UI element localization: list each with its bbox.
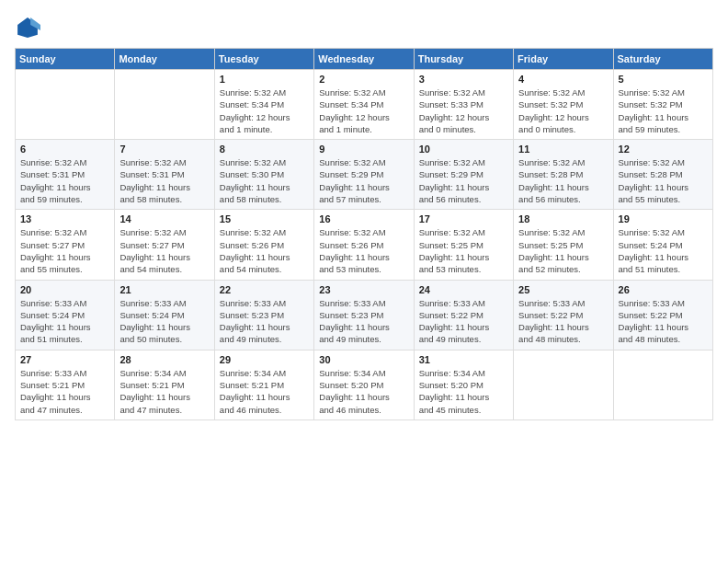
day-number: 5: [619, 74, 708, 85]
day-info: Sunrise: 5:33 AM Sunset: 5:22 PM Dayligh…: [518, 297, 608, 346]
day-info: Sunrise: 5:32 AM Sunset: 5:27 PM Dayligh…: [20, 226, 109, 275]
calendar-header-row: SundayMondayTuesdayWednesdayThursdayFrid…: [16, 49, 713, 70]
day-number: 10: [419, 144, 508, 155]
calendar-cell: 17Sunrise: 5:32 AM Sunset: 5:25 PM Dayli…: [414, 210, 513, 280]
calendar-cell: 2Sunrise: 5:32 AM Sunset: 5:34 PM Daylig…: [314, 70, 414, 140]
calendar-cell: [613, 350, 712, 419]
calendar-cell: 27Sunrise: 5:33 AM Sunset: 5:21 PM Dayli…: [16, 350, 115, 419]
day-info: Sunrise: 5:32 AM Sunset: 5:26 PM Dayligh…: [319, 226, 408, 275]
day-info: Sunrise: 5:32 AM Sunset: 5:32 PM Dayligh…: [518, 86, 608, 135]
calendar-cell: 26Sunrise: 5:33 AM Sunset: 5:22 PM Dayli…: [613, 280, 712, 350]
calendar-cell: 25Sunrise: 5:33 AM Sunset: 5:22 PM Dayli…: [514, 280, 613, 350]
day-number: 20: [20, 284, 109, 295]
day-info: Sunrise: 5:32 AM Sunset: 5:27 PM Dayligh…: [119, 226, 209, 275]
calendar-cell: [514, 350, 613, 419]
day-number: 25: [518, 284, 608, 295]
day-info: Sunrise: 5:32 AM Sunset: 5:32 PM Dayligh…: [619, 86, 708, 135]
week-row-3: 13Sunrise: 5:32 AM Sunset: 5:27 PM Dayli…: [16, 210, 713, 280]
calendar-cell: 13Sunrise: 5:32 AM Sunset: 5:27 PM Dayli…: [16, 210, 115, 280]
calendar-cell: 18Sunrise: 5:32 AM Sunset: 5:25 PM Dayli…: [514, 210, 613, 280]
day-info: Sunrise: 5:34 AM Sunset: 5:20 PM Dayligh…: [319, 367, 408, 416]
day-header-friday: Friday: [514, 49, 613, 70]
day-number: 29: [220, 354, 309, 365]
calendar-cell: 20Sunrise: 5:33 AM Sunset: 5:24 PM Dayli…: [16, 280, 115, 350]
day-info: Sunrise: 5:33 AM Sunset: 5:22 PM Dayligh…: [419, 297, 508, 346]
day-header-sunday: Sunday: [16, 49, 115, 70]
calendar-cell: 29Sunrise: 5:34 AM Sunset: 5:21 PM Dayli…: [214, 350, 313, 419]
day-number: 15: [220, 213, 309, 224]
day-header-wednesday: Wednesday: [314, 49, 414, 70]
day-info: Sunrise: 5:34 AM Sunset: 5:21 PM Dayligh…: [119, 367, 209, 416]
day-number: 31: [419, 354, 508, 365]
logo: [15, 15, 42, 40]
logo-icon: [15, 15, 40, 40]
day-info: Sunrise: 5:32 AM Sunset: 5:28 PM Dayligh…: [518, 156, 608, 205]
calendar-cell: 12Sunrise: 5:32 AM Sunset: 5:28 PM Dayli…: [613, 140, 712, 210]
day-info: Sunrise: 5:32 AM Sunset: 5:28 PM Dayligh…: [619, 156, 708, 205]
day-number: 19: [619, 213, 708, 224]
calendar-cell: 23Sunrise: 5:33 AM Sunset: 5:23 PM Dayli…: [314, 280, 414, 350]
calendar-cell: 11Sunrise: 5:32 AM Sunset: 5:28 PM Dayli…: [514, 140, 613, 210]
day-number: 28: [119, 354, 209, 365]
calendar-cell: 28Sunrise: 5:34 AM Sunset: 5:21 PM Dayli…: [115, 350, 214, 419]
day-number: 22: [220, 284, 309, 295]
day-info: Sunrise: 5:34 AM Sunset: 5:20 PM Dayligh…: [419, 367, 508, 416]
calendar-cell: 22Sunrise: 5:33 AM Sunset: 5:23 PM Dayli…: [214, 280, 313, 350]
week-row-4: 20Sunrise: 5:33 AM Sunset: 5:24 PM Dayli…: [16, 280, 713, 350]
day-info: Sunrise: 5:32 AM Sunset: 5:31 PM Dayligh…: [119, 156, 209, 205]
week-row-2: 6Sunrise: 5:32 AM Sunset: 5:31 PM Daylig…: [16, 140, 713, 210]
day-number: 21: [119, 284, 209, 295]
calendar-cell: 31Sunrise: 5:34 AM Sunset: 5:20 PM Dayli…: [414, 350, 513, 419]
day-number: 13: [20, 213, 109, 224]
day-info: Sunrise: 5:32 AM Sunset: 5:30 PM Dayligh…: [220, 156, 309, 205]
calendar-cell: 7Sunrise: 5:32 AM Sunset: 5:31 PM Daylig…: [115, 140, 214, 210]
day-number: 24: [419, 284, 508, 295]
day-info: Sunrise: 5:33 AM Sunset: 5:21 PM Dayligh…: [20, 367, 109, 416]
calendar-cell: 15Sunrise: 5:32 AM Sunset: 5:26 PM Dayli…: [214, 210, 313, 280]
day-info: Sunrise: 5:32 AM Sunset: 5:31 PM Dayligh…: [20, 156, 109, 205]
calendar-cell: 16Sunrise: 5:32 AM Sunset: 5:26 PM Dayli…: [314, 210, 414, 280]
day-info: Sunrise: 5:32 AM Sunset: 5:34 PM Dayligh…: [220, 86, 309, 135]
week-row-1: 1Sunrise: 5:32 AM Sunset: 5:34 PM Daylig…: [16, 70, 713, 140]
day-number: 9: [319, 144, 408, 155]
day-number: 7: [119, 144, 209, 155]
day-number: 14: [119, 213, 209, 224]
calendar-cell: 3Sunrise: 5:32 AM Sunset: 5:33 PM Daylig…: [414, 70, 513, 140]
day-number: 2: [319, 74, 408, 85]
day-number: 12: [619, 144, 708, 155]
day-number: 6: [20, 144, 109, 155]
day-number: 17: [419, 213, 508, 224]
day-info: Sunrise: 5:32 AM Sunset: 5:33 PM Dayligh…: [419, 86, 508, 135]
calendar-cell: 1Sunrise: 5:32 AM Sunset: 5:34 PM Daylig…: [214, 70, 313, 140]
day-info: Sunrise: 5:33 AM Sunset: 5:23 PM Dayligh…: [319, 297, 408, 346]
day-info: Sunrise: 5:33 AM Sunset: 5:24 PM Dayligh…: [20, 297, 109, 346]
day-info: Sunrise: 5:32 AM Sunset: 5:24 PM Dayligh…: [619, 226, 708, 275]
day-number: 30: [319, 354, 408, 365]
day-info: Sunrise: 5:34 AM Sunset: 5:21 PM Dayligh…: [220, 367, 309, 416]
day-number: 3: [419, 74, 508, 85]
day-number: 8: [220, 144, 309, 155]
day-header-thursday: Thursday: [414, 49, 513, 70]
day-number: 18: [518, 213, 608, 224]
day-info: Sunrise: 5:33 AM Sunset: 5:22 PM Dayligh…: [619, 297, 708, 346]
day-info: Sunrise: 5:32 AM Sunset: 5:29 PM Dayligh…: [319, 156, 408, 205]
day-header-saturday: Saturday: [613, 49, 712, 70]
calendar-cell: 14Sunrise: 5:32 AM Sunset: 5:27 PM Dayli…: [115, 210, 214, 280]
calendar-cell: 4Sunrise: 5:32 AM Sunset: 5:32 PM Daylig…: [514, 70, 613, 140]
day-info: Sunrise: 5:33 AM Sunset: 5:23 PM Dayligh…: [220, 297, 309, 346]
page-header: [15, 15, 713, 40]
calendar-cell: 8Sunrise: 5:32 AM Sunset: 5:30 PM Daylig…: [214, 140, 313, 210]
day-info: Sunrise: 5:32 AM Sunset: 5:25 PM Dayligh…: [419, 226, 508, 275]
day-header-monday: Monday: [115, 49, 214, 70]
day-number: 23: [319, 284, 408, 295]
week-row-5: 27Sunrise: 5:33 AM Sunset: 5:21 PM Dayli…: [16, 350, 713, 419]
day-info: Sunrise: 5:33 AM Sunset: 5:24 PM Dayligh…: [119, 297, 209, 346]
day-info: Sunrise: 5:32 AM Sunset: 5:25 PM Dayligh…: [518, 226, 608, 275]
calendar-cell: 6Sunrise: 5:32 AM Sunset: 5:31 PM Daylig…: [16, 140, 115, 210]
day-number: 4: [518, 74, 608, 85]
calendar-cell: 19Sunrise: 5:32 AM Sunset: 5:24 PM Dayli…: [613, 210, 712, 280]
day-number: 26: [619, 284, 708, 295]
day-info: Sunrise: 5:32 AM Sunset: 5:29 PM Dayligh…: [419, 156, 508, 205]
calendar-table: SundayMondayTuesdayWednesdayThursdayFrid…: [15, 48, 713, 420]
calendar-cell: 21Sunrise: 5:33 AM Sunset: 5:24 PM Dayli…: [115, 280, 214, 350]
